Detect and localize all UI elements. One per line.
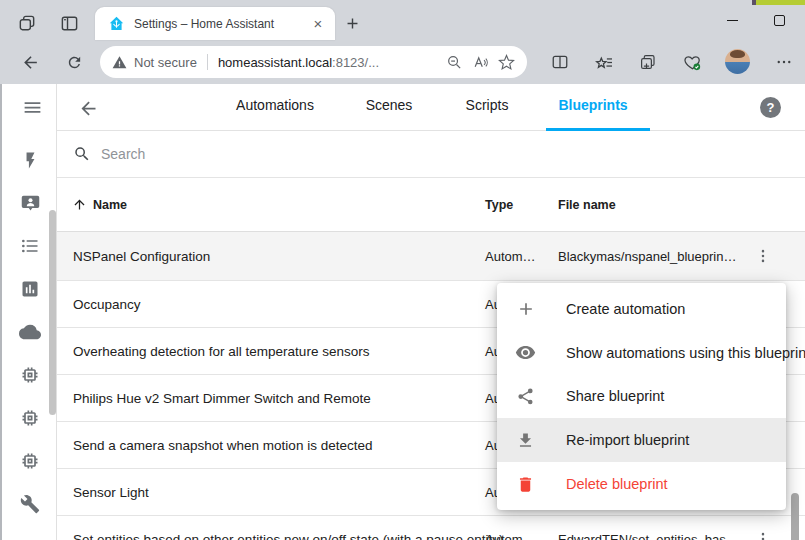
sort-ascending-icon[interactable] [72,197,87,212]
row-type: Autom… [485,249,536,264]
plus-icon [515,298,536,319]
tab-automations[interactable]: Automations [236,97,314,113]
workspaces-icon[interactable] [16,12,38,34]
warning-triangle-icon [112,55,127,70]
collections-add-icon[interactable] [634,48,662,76]
menu-item-create-automation[interactable]: Create automation [497,287,786,331]
sidebar-item-person-badge-icon[interactable] [18,191,42,215]
sidebar-item-bulleted-list-icon[interactable] [18,234,42,258]
eye-icon [515,342,536,363]
address-divider [207,54,208,70]
menu-item-delete-blueprint[interactable]: Delete blueprint [497,462,786,506]
menu-item-show-automations[interactable]: Show automations using this blueprint [497,331,786,375]
row-name: Overheating detection for all temperatur… [73,344,369,359]
favorites-hub-icon[interactable] [590,48,618,76]
profile-avatar[interactable] [725,49,750,74]
favorite-star-icon[interactable] [493,49,519,75]
delete-trash-icon [515,474,536,495]
column-header-file-name[interactable]: File name [558,198,616,212]
maximize-icon [774,15,785,26]
browser-essentials-icon[interactable] [678,48,706,76]
ha-sidebar [2,84,57,540]
row-name: NSPanel Configuration [73,249,210,264]
blueprint-context-menu: Create automation Show automations using… [497,283,786,510]
share-icon [515,386,536,407]
menu-item-label: Share blueprint [566,388,664,404]
menu-item-label: Re-import blueprint [566,432,689,448]
sidebar-menu-icon[interactable] [19,94,45,120]
table-header: Name Type File name [57,178,805,232]
window-maximize-button[interactable] [764,8,794,32]
search-row [57,131,805,178]
row-name: Send a camera snapshot when motion is de… [73,438,372,453]
address-bar[interactable]: Not secure homeassistant.local:8123/... [100,46,527,78]
row-name: Sensor Light [73,485,149,500]
row-file-name: Blackymas/nspanel_blueprin… [558,249,736,264]
refresh-button[interactable] [60,48,88,76]
window-minimize-button[interactable] [717,8,747,32]
window-left-edge [0,84,2,540]
search-icon [73,145,91,163]
help-icon[interactable]: ? [760,97,781,118]
url-text[interactable]: homeassistant.local:8123/... [218,55,441,70]
split-screen-icon[interactable] [546,48,574,76]
ha-back-arrow-icon[interactable] [77,97,99,119]
column-header-name[interactable]: Name [93,198,127,212]
row-type: Autom… [485,532,536,540]
read-aloud-icon[interactable] [467,49,493,75]
sidebar-item-chip-icon[interactable] [18,363,42,387]
tab-scenes[interactable]: Scenes [366,97,413,113]
menu-item-label: Create automation [566,301,685,317]
back-button[interactable] [16,48,44,76]
row-file-name: EdwardTEN/set_entities_bas… [558,532,739,540]
home-assistant-favicon-icon [108,15,125,32]
browser-tab[interactable]: Settings – Home Assistant × [95,7,335,40]
zoom-out-icon[interactable] [441,49,467,75]
download-icon [515,430,536,451]
browser-toolbar: Not secure homeassistant.local:8123/... [0,40,805,84]
sidebar-item-cloud-icon[interactable] [18,320,42,344]
tab-actions-icon[interactable] [58,12,80,34]
tab-title: Settings – Home Assistant [134,17,309,31]
row-name: Set entities based on other entities new… [73,532,504,540]
sidebar-item-lightning-bolt-icon[interactable] [18,148,42,172]
new-tab-button[interactable] [341,12,363,34]
row-name: Philips Hue v2 Smart Dimmer Switch and R… [73,391,371,406]
tab-blueprints[interactable]: Blueprints [558,97,627,113]
row-overflow-menu-icon[interactable] [751,244,775,268]
table-row[interactable]: NSPanel Configuration Autom… Blackymas/n… [57,232,805,281]
tab-close-icon[interactable]: × [309,15,327,33]
sidebar-item-bar-chart-icon[interactable] [18,277,42,301]
page-scrollbar-thumb[interactable] [791,493,799,540]
table-row[interactable]: Set entities based on other entities new… [57,516,805,540]
menu-item-share-blueprint[interactable]: Share blueprint [497,375,786,419]
sidebar-scrollbar-thumb[interactable] [49,210,56,415]
ha-header: Automations Scenes Scripts Blueprints ? [57,84,805,131]
menu-item-label: Show automations using this blueprint [566,345,805,361]
menu-item-reimport-blueprint[interactable]: Re-import blueprint [497,418,786,462]
site-security-section[interactable]: Not secure [112,55,197,70]
column-header-type[interactable]: Type [485,198,513,212]
url-suffix: :8123/... [332,55,379,70]
row-name: Occupancy [73,297,141,312]
browser-tab-strip: Settings – Home Assistant × [0,0,805,40]
row-overflow-menu-icon[interactable] [751,527,775,540]
search-input[interactable] [101,143,401,165]
sidebar-item-chip-icon[interactable] [18,406,42,430]
tab-scripts[interactable]: Scripts [466,97,509,113]
sidebar-item-chip-icon[interactable] [18,449,42,473]
minimize-icon [727,20,738,21]
more-options-icon[interactable] [770,48,798,76]
browser-window: Settings – Home Assistant × Not secure h… [0,0,805,540]
security-label: Not secure [134,55,197,70]
menu-item-label: Delete blueprint [566,476,668,492]
sidebar-item-wrench-icon[interactable] [18,492,42,516]
url-host: homeassistant.local [218,55,332,70]
